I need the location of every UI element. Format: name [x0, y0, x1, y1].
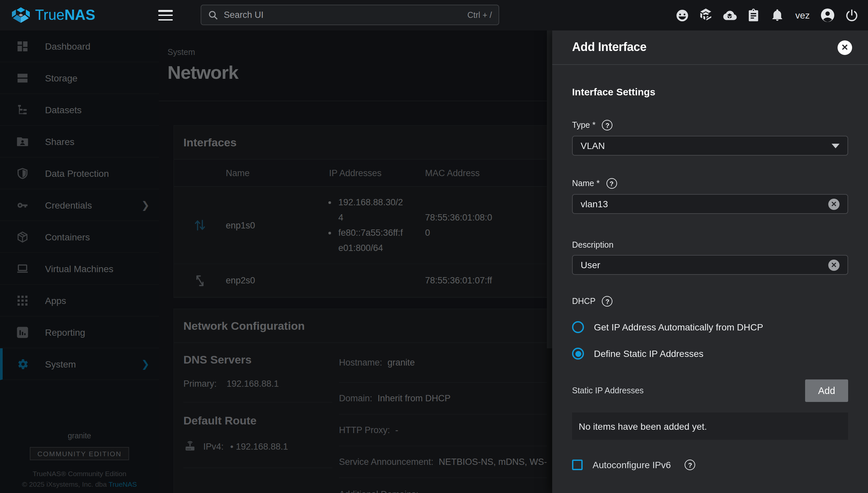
- static-radio-option[interactable]: Define Static IP Addresses: [572, 348, 848, 360]
- close-icon[interactable]: ✕: [838, 40, 852, 55]
- help-icon[interactable]: ?: [602, 296, 613, 306]
- description-field-wrap: ✕: [572, 255, 848, 275]
- interface-settings-heading: Interface Settings: [572, 86, 848, 97]
- checkbox-unchecked-icon[interactable]: [572, 459, 583, 470]
- chevron-down-icon: [831, 143, 840, 148]
- alerts-bell-icon[interactable]: [770, 8, 785, 22]
- clear-icon[interactable]: ✕: [828, 198, 840, 210]
- menu-toggle-icon[interactable]: [158, 10, 173, 21]
- topbar: TrueNAS Ctrl + /: [0, 0, 868, 30]
- add-button[interactable]: Add: [805, 380, 848, 402]
- user-avatar-icon[interactable]: [820, 8, 835, 22]
- description-input[interactable]: [581, 260, 828, 270]
- truenas-logo-text: TrueNAS: [35, 7, 95, 24]
- modal-backdrop[interactable]: [0, 30, 552, 493]
- power-icon[interactable]: [844, 8, 859, 22]
- name-field-wrap: ✕: [572, 194, 848, 214]
- truenas-logo-icon: [12, 7, 30, 23]
- panel-header: Add Interface ✕: [552, 30, 868, 65]
- dhcp-label: DHCP ?: [572, 296, 848, 306]
- panel-title: Add Interface: [572, 40, 647, 54]
- jobs-clipboard-icon[interactable]: [746, 8, 761, 22]
- truenas-app: TrueNAS Ctrl + /: [0, 0, 868, 493]
- username-label: vez: [794, 10, 811, 21]
- global-search[interactable]: Ctrl + /: [201, 5, 499, 25]
- clear-icon[interactable]: ✕: [828, 259, 840, 271]
- truenas-logo[interactable]: TrueNAS: [0, 7, 147, 24]
- topbar-actions: vez: [675, 0, 859, 30]
- name-input[interactable]: [581, 199, 828, 209]
- search-shortcut: Ctrl + /: [468, 10, 492, 20]
- truecommand-icon[interactable]: [698, 8, 713, 22]
- static-ip-label: Static IP Addresses: [572, 386, 644, 395]
- type-label: Type * ?: [572, 120, 848, 130]
- cloud-status-icon[interactable]: [722, 8, 737, 22]
- autoconfigure-ipv6-label: Autoconfigure IPv6: [592, 459, 671, 470]
- radio-unchecked-icon[interactable]: [572, 321, 584, 333]
- radio-checked-icon[interactable]: [572, 348, 584, 360]
- feedback-smiley-icon[interactable]: [675, 8, 689, 22]
- help-icon[interactable]: ?: [606, 178, 617, 189]
- dhcp-radio-option[interactable]: Get IP Address Automatically from DHCP: [572, 321, 848, 333]
- type-select[interactable]: VLAN: [572, 136, 848, 156]
- add-interface-panel: Add Interface ✕ Interface Settings Type …: [552, 30, 868, 493]
- search-input[interactable]: [224, 10, 468, 20]
- autoconfigure-ipv6-row[interactable]: Autoconfigure IPv6 ?: [572, 459, 848, 470]
- name-label: Name * ?: [572, 178, 848, 189]
- help-icon[interactable]: ?: [602, 120, 613, 130]
- static-ip-empty-state: No items have been added yet.: [572, 412, 848, 440]
- help-icon[interactable]: ?: [685, 459, 696, 470]
- search-icon: [208, 9, 218, 20]
- description-label: Description: [572, 240, 848, 250]
